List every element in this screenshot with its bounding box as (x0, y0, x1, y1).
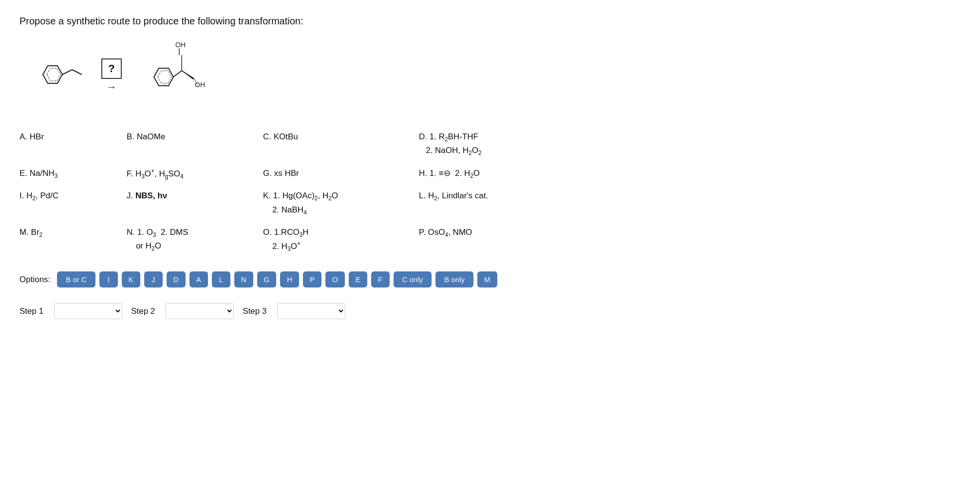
svg-line-3 (72, 70, 82, 75)
step3-select[interactable] (277, 303, 345, 319)
option-G: G. xs HBr (263, 167, 419, 181)
svg-marker-7 (158, 71, 171, 83)
option-H: H. 1. ≡⊖ 2. H2O (419, 167, 594, 181)
option-btn-I[interactable]: I (99, 271, 118, 287)
option-K: K. 1. Hg(OAc)2, H2O 2. NaBH4 (263, 190, 419, 217)
step1-label: Step 1 (19, 306, 43, 316)
option-btn-O[interactable]: O (325, 271, 345, 287)
question-title: Propose a synthetic route to produce the… (19, 16, 961, 27)
reagents-grid: A. HBr B. NaOMe C. KOtBu D. 1. R2BH-THF … (19, 131, 961, 254)
steps-row: Step 1 Step 2 Step 3 (19, 303, 961, 319)
svg-line-2 (62, 70, 72, 75)
option-O: O. 1.RCO3H 2. H3O+ (263, 226, 419, 254)
svg-text:OH: OH (175, 41, 186, 49)
option-btn-P[interactable]: P (303, 271, 321, 287)
option-M: M. Br2 (19, 226, 127, 254)
option-A: A. HBr (19, 131, 127, 158)
step2-label: Step 2 (131, 306, 155, 316)
step2-select[interactable] (166, 303, 234, 319)
option-btn-H[interactable]: H (280, 271, 299, 287)
option-btn-Bonly[interactable]: B only (435, 271, 473, 287)
option-btn-G[interactable]: G (257, 271, 277, 287)
option-btn-F[interactable]: F (371, 271, 390, 287)
svg-line-8 (173, 71, 182, 77)
option-J: J. NBS, hν (127, 190, 263, 217)
svg-text:OH: OH (195, 81, 205, 89)
svg-marker-1 (47, 68, 60, 81)
option-btn-L[interactable]: L (212, 271, 230, 287)
option-btn-E[interactable]: E (349, 271, 367, 287)
options-label: Options: (19, 275, 50, 285)
option-C: C. KOtBu (263, 131, 419, 158)
option-btn-J[interactable]: J (144, 271, 163, 287)
reaction-scheme: ? → OH OH (29, 40, 961, 111)
reaction-arrow: ? → (101, 58, 122, 94)
svg-marker-13 (182, 71, 194, 79)
options-button-row: Options: B or C I K J D A L N G H P O E … (19, 271, 961, 287)
option-btn-D[interactable]: D (167, 271, 186, 287)
option-D: D. 1. R2BH-THF 2. NaOH, H2O2 (419, 131, 594, 158)
option-E: E. Na/NH3 (19, 167, 127, 181)
option-btn-M[interactable]: M (477, 271, 497, 287)
question-mark-box: ? (101, 58, 122, 79)
option-btn-A[interactable]: A (189, 271, 208, 287)
forward-arrow: → (106, 81, 117, 94)
option-btn-N[interactable]: N (234, 271, 253, 287)
product-structure: OH OH (135, 40, 213, 111)
option-B: B. NaOMe (127, 131, 263, 158)
option-btn-BorC[interactable]: B or C (57, 271, 95, 287)
option-I: I. H2, Pd/C (19, 190, 127, 217)
option-btn-Conly[interactable]: C only (394, 271, 432, 287)
option-F: F. H3O+, HgSO4 (127, 167, 263, 181)
step3-label: Step 3 (243, 306, 266, 316)
option-P: P. OsO4, NMO (419, 226, 594, 254)
reactant-structure (29, 48, 88, 104)
option-L: L. H2, Lindlar's cat. (419, 190, 594, 217)
option-N: N. 1. O3 2. DMS or H2O (127, 226, 263, 254)
step1-select[interactable] (54, 303, 122, 319)
option-btn-K[interactable]: K (122, 271, 140, 287)
